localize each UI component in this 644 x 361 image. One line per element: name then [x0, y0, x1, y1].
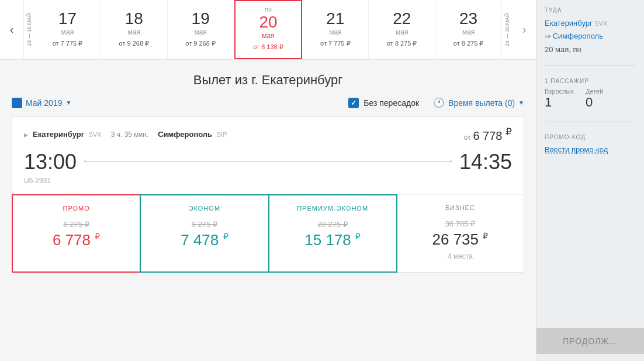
day-number: 20: [259, 14, 277, 30]
day-price: от 9 268 ₽: [119, 40, 150, 47]
month-name: мая: [262, 32, 274, 40]
month-name: мая: [462, 28, 475, 36]
flight-line: [86, 161, 450, 162]
fare-old-price-premium: 20 275 ₽: [281, 220, 385, 229]
calendar-day-23[interactable]: 23 мая от 8 275 ₽: [435, 0, 502, 59]
flight-card: ▸ Екатеринбург SVX 3 ч. 35 мин. Симфероп…: [12, 116, 524, 273]
prev-date-button[interactable]: ‹: [0, 0, 23, 59]
fare-old-price-business: 36 785 ₽: [408, 219, 512, 228]
sidebar-to-city: Симферополь: [553, 32, 603, 40]
children-label: Детей: [586, 88, 603, 95]
flight-to: Симферополь SIP: [158, 130, 227, 139]
calendar-range-right: 24 — 30 МАЙ: [502, 0, 513, 59]
chevron-left-icon: ‹: [10, 23, 14, 36]
month-name: мая: [128, 28, 140, 36]
continue-button[interactable]: ПРОДОЛЖ...: [536, 328, 644, 354]
divider-2: [545, 122, 636, 122]
day-price: от 8 138 ₽: [253, 43, 283, 51]
day-number: 23: [459, 11, 477, 27]
fare-old-price-promo: 8 275 ₽: [25, 220, 128, 229]
adults-count: 1: [545, 95, 574, 110]
month-name: мая: [329, 28, 341, 36]
month-name: мая: [396, 28, 408, 36]
calendar-dates: 17 мая от 7 775 ₽ 18 мая от 9 268 ₽ 19 м…: [34, 0, 502, 59]
passengers-row: Взрослых 1 Детей 0: [545, 88, 636, 110]
passengers-section: 1 ПАССАЖИР Взрослых 1 Детей 0: [545, 78, 636, 110]
flight-times: 13:00 14:35: [24, 150, 512, 174]
flights-list: ▸ Екатеринбург SVX 3 ч. 35 мин. Симфероп…: [0, 116, 536, 273]
to-airport-code: SIP: [217, 131, 227, 138]
day-price: от 7 775 ₽: [320, 40, 351, 47]
calendar-day-20[interactable]: пн 20 мая от 8 138 ₽: [234, 0, 303, 59]
calendar-range-left: 10 — 16 МАЙ: [23, 0, 34, 59]
day-price: от 8 275 ₽: [387, 40, 417, 47]
calendar-icon: [12, 98, 22, 108]
promo-label: ПРОМО-КОД: [545, 134, 636, 140]
day-number: 19: [192, 11, 210, 27]
fare-class-name-promo: ПРОМО: [25, 205, 128, 212]
children-group: Детей 0: [586, 88, 603, 110]
sidebar-from-city: Екатеринбург: [545, 19, 593, 27]
divider-1: [545, 66, 636, 66]
route-section: ТУДА Екатеринбург SVX ⇒ Симферополь 20 м…: [545, 7, 636, 54]
calendar-day-21[interactable]: 21 мая от 7 775 ₽: [302, 0, 369, 59]
route-date: 20 мая, пн: [545, 45, 636, 54]
day-price: от 9 268 ₽: [185, 40, 216, 47]
day-of-week: пн: [265, 6, 272, 13]
promo-section: ПРОМО-КОД Ввести промо-код: [545, 134, 636, 154]
filters-bar: Май 2019 ▼ Без пересадок 🕐 Время вылета …: [0, 97, 536, 116]
day-price: от 7 775 ₽: [53, 40, 83, 47]
calendar-day-19[interactable]: 19 мая от 9 268 ₽: [168, 0, 234, 59]
flight-number: U6-2931: [24, 177, 512, 185]
sidebar: ТУДА Екатеринбург SVX ⇒ Симферополь 20 м…: [536, 0, 644, 361]
day-number: 18: [125, 11, 143, 27]
chevron-right-icon: ›: [522, 23, 527, 36]
fare-class-name-economy: ЭКОНОМ: [153, 205, 256, 212]
month-name: мая: [61, 28, 74, 36]
time-label: Время вылета (0): [448, 98, 515, 108]
route-label: ТУДА: [545, 7, 636, 13]
fare-class-premium[interactable]: ПРЕМИУМ-ЭКОНОМ 20 275 ₽ 15 178 ₽: [268, 194, 397, 273]
fare-classes: ПРОМО 8 275 ₽ 6 778 ₽ ЭКОНОМ 9 275 ₽ 7 4…: [12, 194, 524, 272]
sidebar-from-code: SVX: [594, 20, 607, 27]
month-filter[interactable]: Май 2019 ▼: [12, 98, 71, 108]
depart-time: 13:00: [24, 150, 77, 174]
calendar-day-18[interactable]: 18 мая от 9 268 ₽: [101, 0, 168, 59]
route-arrow-icon: ⇒: [545, 32, 550, 40]
passengers-label: 1 ПАССАЖИР: [545, 78, 636, 84]
fare-class-name-business: БИЗНЕС: [408, 204, 512, 211]
fare-class-economy[interactable]: ЭКОНОМ 9 275 ₽ 7 478 ₽: [140, 194, 269, 273]
promo-link[interactable]: Ввести промо-код: [545, 145, 608, 154]
fare-new-price-economy: 7 478 ₽: [153, 231, 256, 249]
chevron-down-icon: ▼: [65, 99, 71, 106]
day-number: 22: [393, 11, 411, 27]
calendar-day-17[interactable]: 17 мая от 7 775 ₽: [34, 0, 101, 59]
nonstop-label: Без пересадок: [363, 98, 419, 108]
flight-header: ▸ Екатеринбург SVX 3 ч. 35 мин. Симфероп…: [24, 126, 512, 143]
arrive-time: 14:35: [459, 150, 512, 174]
adults-group: Взрослых 1: [545, 88, 574, 110]
nonstop-filter[interactable]: Без пересадок: [348, 98, 419, 108]
flight-total-price: от 6 778 ₽: [464, 126, 512, 143]
time-filter[interactable]: 🕐 Время вылета (0) ▼: [433, 97, 524, 108]
day-number: 21: [326, 11, 344, 27]
from-airport-code: SVX: [89, 131, 102, 138]
children-count: 0: [586, 95, 603, 110]
fare-class-name-premium: ПРЕМИУМ-ЭКОНОМ: [281, 205, 385, 212]
flight-from: Екатеринбург SVX: [33, 130, 102, 139]
fare-class-business[interactable]: БИЗНЕС 36 785 ₽ 26 735 ₽ 4 места: [397, 195, 524, 272]
next-date-button[interactable]: ›: [513, 0, 536, 59]
calendar-day-22[interactable]: 22 мая от 8 275 ₽: [369, 0, 435, 59]
month-name: мая: [194, 28, 206, 36]
section-title: Вылет из г. Екатеринбург: [0, 60, 536, 97]
flight-direction-icon: ▸: [24, 130, 28, 139]
fare-seats-business: 4 места: [408, 252, 512, 260]
route-info: Екатеринбург SVX ⇒ Симферополь: [545, 17, 636, 43]
nonstop-checkbox[interactable]: [348, 98, 359, 108]
clock-icon: 🕐: [433, 97, 445, 108]
adults-label: Взрослых: [545, 88, 574, 95]
chevron-down-icon: ▼: [518, 99, 524, 106]
day-price: от 8 275 ₽: [453, 40, 484, 47]
fare-class-promo[interactable]: ПРОМО 8 275 ₽ 6 778 ₽: [12, 194, 141, 273]
fare-new-price-premium: 15 178 ₽: [281, 231, 385, 249]
